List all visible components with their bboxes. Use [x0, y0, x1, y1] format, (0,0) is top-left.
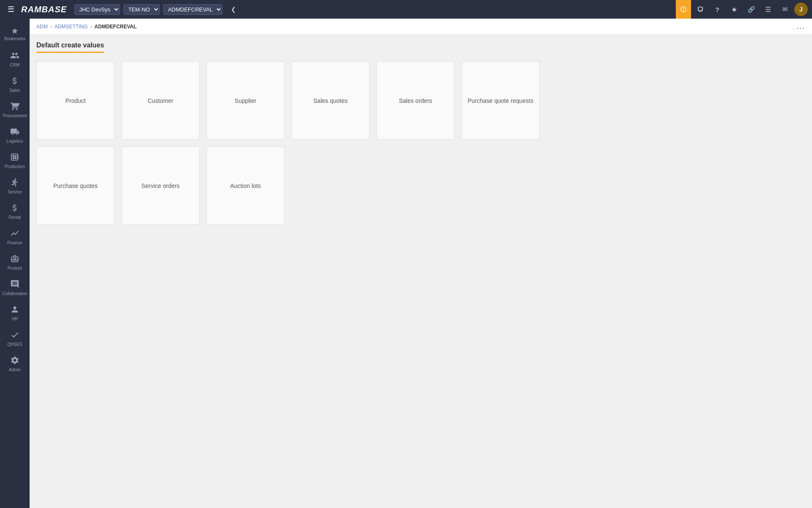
- menu-list-icon[interactable]: ☰: [760, 0, 776, 19]
- breadcrumb-current: ADMDEFCREVAL: [94, 24, 137, 30]
- card-sales-orders[interactable]: Sales orders: [376, 61, 455, 140]
- sidebar-item-logistics[interactable]: Logistics: [0, 123, 30, 148]
- cards-row-1: Product Customer Supplier Sales quotes S…: [36, 61, 805, 140]
- sidebar-item-finance[interactable]: Finance: [0, 224, 30, 250]
- card-auction-lots[interactable]: Auction lots: [206, 146, 285, 225]
- breadcrumb-bar: ADM › ADMSETTING › ADMDEFCREVAL ...: [30, 19, 812, 35]
- breadcrumb: ADM › ADMSETTING › ADMDEFCREVAL: [36, 24, 137, 30]
- procurement-icon: [10, 102, 19, 112]
- sidebar-label-product: Product: [8, 266, 22, 271]
- sidebar: ★ Bookmarks CRM Sales Procurement: [0, 19, 30, 508]
- page-title: Default create values: [36, 41, 104, 53]
- sidebar-label-crm: CRM: [10, 63, 20, 68]
- sidebar-label-qhses: QHSES: [7, 342, 22, 347]
- sidebar-label-finance: Finance: [7, 240, 22, 246]
- page-content: Default create values Product Customer S…: [30, 35, 812, 508]
- breadcrumb-sep-1: ›: [50, 24, 52, 30]
- sidebar-item-service[interactable]: Service: [0, 174, 30, 199]
- rental-icon: [10, 203, 19, 214]
- admin-icon: [10, 356, 19, 366]
- collaboration-icon: [10, 279, 19, 290]
- sidebar-item-hr[interactable]: HR: [0, 301, 30, 326]
- sidebar-label-collaboration: Collaboration: [3, 291, 27, 296]
- card-customer-label: Customer: [148, 97, 173, 104]
- sidebar-item-crm[interactable]: CRM: [0, 47, 30, 72]
- card-auction-lots-label: Auction lots: [230, 182, 261, 189]
- breadcrumb-sep-2: ›: [90, 24, 92, 30]
- sidebar-item-qhses[interactable]: QHSES: [0, 326, 30, 351]
- hr-icon: [10, 305, 19, 315]
- hamburger-menu-icon[interactable]: ☰: [4, 3, 18, 16]
- content-area: ADM › ADMSETTING › ADMDEFCREVAL ... Defa…: [30, 19, 812, 508]
- card-supplier[interactable]: Supplier: [206, 61, 285, 140]
- sidebar-label-admin: Admin: [9, 367, 21, 373]
- production-icon: [10, 152, 19, 163]
- module-dropdown[interactable]: ADMDEFCREVAL: [163, 4, 222, 15]
- sidebar-label-production: Production: [5, 164, 25, 169]
- sidebar-label-sales: Sales: [9, 88, 20, 93]
- mail-icon[interactable]: ✉: [777, 0, 793, 19]
- sidebar-item-collaboration[interactable]: Collaboration: [0, 275, 30, 301]
- sidebar-item-admin[interactable]: Admin: [0, 351, 30, 377]
- breadcrumb-adm[interactable]: ADM: [36, 24, 48, 30]
- sidebar-item-rental[interactable]: Rental: [0, 199, 30, 224]
- card-service-orders[interactable]: Service orders: [121, 146, 200, 225]
- qhses-icon: [10, 330, 19, 341]
- crm-icon: [10, 51, 19, 61]
- card-supplier-label: Supplier: [235, 97, 256, 104]
- sidebar-item-bookmarks[interactable]: ★ Bookmarks: [0, 21, 30, 47]
- sidebar-label-logistics: Logistics: [7, 139, 23, 144]
- card-product[interactable]: Product: [36, 61, 115, 140]
- sidebar-label-hr: HR: [12, 317, 18, 322]
- sidebar-item-sales[interactable]: Sales: [0, 72, 30, 97]
- bookmarks-icon: ★: [11, 27, 19, 35]
- card-sales-orders-label: Sales orders: [399, 97, 432, 104]
- card-purchase-quote-requests[interactable]: Purchase quote requests: [461, 61, 540, 140]
- sidebar-item-product[interactable]: Product: [0, 250, 30, 275]
- service-icon: [10, 178, 19, 188]
- sidebar-item-production[interactable]: Production: [0, 148, 30, 174]
- sidebar-label-bookmarks: Bookmarks: [4, 36, 25, 41]
- sidebar-label-rental: Rental: [9, 215, 21, 220]
- card-purchase-quotes-label: Purchase quotes: [53, 182, 98, 189]
- finance-icon: [10, 229, 19, 239]
- shield-icon[interactable]: [693, 0, 708, 19]
- breadcrumb-admsetting[interactable]: ADMSETTING: [55, 24, 88, 30]
- collapse-nav-button[interactable]: ❮: [226, 0, 241, 19]
- card-service-orders-label: Service orders: [141, 182, 179, 189]
- favorites-icon[interactable]: ★: [727, 0, 742, 19]
- card-purchase-quotes[interactable]: Purchase quotes: [36, 146, 115, 225]
- link-icon[interactable]: 🔗: [743, 0, 759, 19]
- company-dropdown[interactable]: JHC DevSys: [74, 4, 120, 15]
- card-sales-quotes[interactable]: Sales quotes: [291, 61, 370, 140]
- logistics-icon: [10, 127, 19, 138]
- sales-icon: [10, 76, 19, 87]
- topbar: ☰ RAMBASE JHC DevSys TEM-NO ADMDEFCREVAL…: [0, 0, 812, 19]
- breadcrumb-options-button[interactable]: ...: [796, 22, 805, 31]
- card-sales-quotes-label: Sales quotes: [313, 97, 348, 104]
- user-avatar[interactable]: J: [794, 3, 808, 16]
- card-customer[interactable]: Customer: [121, 61, 200, 140]
- sidebar-item-procurement[interactable]: Procurement: [0, 97, 30, 123]
- page-title-section: Default create values: [36, 41, 805, 53]
- cards-row-2: Purchase quotes Service orders Auction l…: [36, 146, 805, 225]
- card-product-label: Product: [65, 97, 85, 104]
- sidebar-label-procurement: Procurement: [3, 113, 27, 119]
- sidebar-label-service: Service: [8, 190, 22, 195]
- product-icon: [10, 254, 19, 265]
- env-dropdown[interactable]: TEM-NO: [123, 4, 160, 15]
- card-purchase-quote-requests-label: Purchase quote requests: [468, 97, 534, 104]
- main-layout: ★ Bookmarks CRM Sales Procurement: [0, 19, 812, 508]
- help-icon[interactable]: ?: [710, 0, 725, 19]
- topbar-right-actions: ? ★ 🔗 ☰ ✉ J: [676, 0, 808, 19]
- alert-icon[interactable]: [676, 0, 691, 19]
- app-logo: RAMBASE: [21, 5, 67, 14]
